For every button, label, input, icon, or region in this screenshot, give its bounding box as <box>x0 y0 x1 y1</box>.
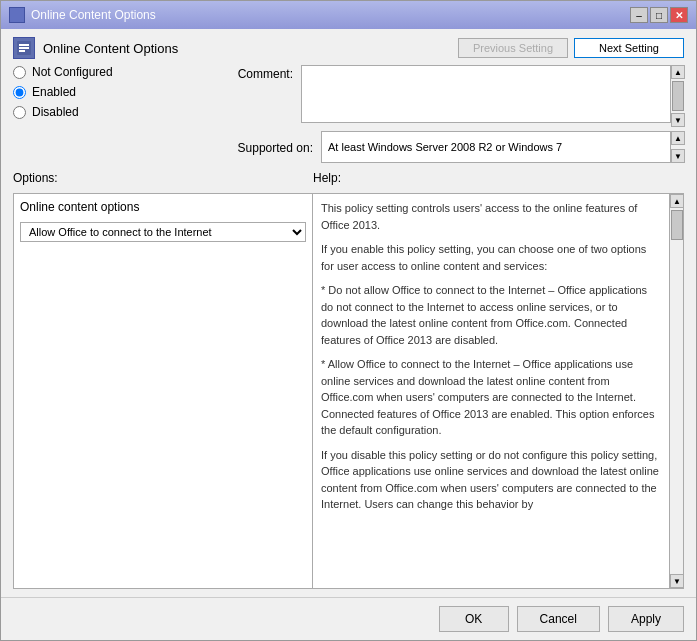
comment-scroll-down[interactable]: ▼ <box>671 113 685 127</box>
apply-button[interactable]: Apply <box>608 606 684 632</box>
svg-rect-1 <box>19 44 29 46</box>
help-column: This policy setting controls users' acce… <box>313 193 684 589</box>
comment-label: Comment: <box>233 67 293 81</box>
not-configured-row: Not Configured <box>13 65 233 79</box>
ok-button[interactable]: OK <box>439 606 509 632</box>
help-label: Help: <box>313 171 684 185</box>
window-icon <box>9 7 25 23</box>
cancel-button[interactable]: Cancel <box>517 606 600 632</box>
not-configured-radio[interactable] <box>13 66 26 79</box>
help-scroll-track <box>670 208 683 574</box>
help-scroll-down[interactable]: ▼ <box>670 574 684 588</box>
radio-comment-row: Not Configured Enabled Disabled Comment: <box>13 65 684 163</box>
title-bar-buttons: – □ ✕ <box>630 7 688 23</box>
supported-section: Supported on: At least Windows Server 20… <box>233 131 684 163</box>
radio-section: Not Configured Enabled Disabled <box>13 65 233 163</box>
comment-textarea-wrapper: ▲ ▼ <box>301 65 684 123</box>
options-dropdown[interactable]: Do not allow Office to connect to the In… <box>20 222 306 242</box>
enabled-row: Enabled <box>13 85 233 99</box>
supported-scroll-up[interactable]: ▲ <box>671 131 685 145</box>
comment-scroll-up[interactable]: ▲ <box>671 65 685 79</box>
maximize-button[interactable]: □ <box>650 7 668 23</box>
previous-setting-button[interactable]: Previous Setting <box>458 38 568 58</box>
svg-rect-3 <box>19 50 25 52</box>
supported-scroll-down[interactable]: ▼ <box>671 149 685 163</box>
enabled-label: Enabled <box>32 85 76 99</box>
supported-input-wrapper: At least Windows Server 2008 R2 or Windo… <box>321 131 684 163</box>
options-title: Online content options <box>20 200 306 214</box>
main-window: Online Content Options – □ ✕ Online Cont <box>0 0 697 641</box>
help-scroll-thumb[interactable] <box>671 210 683 240</box>
disabled-radio[interactable] <box>13 106 26 119</box>
supported-value: At least Windows Server 2008 R2 or Windo… <box>321 131 670 163</box>
enabled-radio[interactable] <box>13 86 26 99</box>
comment-scroll-thumb[interactable] <box>672 81 684 111</box>
content-area: Online Content Options Previous Setting … <box>1 29 696 597</box>
nav-buttons: Previous Setting Next Setting <box>458 38 684 58</box>
close-button[interactable]: ✕ <box>670 7 688 23</box>
supported-scrollbar[interactable]: ▲ ▼ <box>670 131 684 163</box>
options-help-columns: Online content options Do not allow Offi… <box>13 193 684 589</box>
window-title: Online Content Options <box>31 8 156 22</box>
title-bar-left: Online Content Options <box>9 7 156 23</box>
comment-scroll-track <box>671 79 684 113</box>
svg-rect-2 <box>19 47 29 49</box>
options-column: Online content options Do not allow Offi… <box>13 193 313 589</box>
window-label: Online Content Options <box>43 41 178 56</box>
comment-textarea[interactable] <box>301 65 670 123</box>
options-label: Options: <box>13 171 313 185</box>
next-setting-button[interactable]: Next Setting <box>574 38 684 58</box>
top-bar-left: Online Content Options <box>13 37 178 59</box>
top-bar: Online Content Options Previous Setting … <box>13 37 684 59</box>
minimize-button[interactable]: – <box>630 7 648 23</box>
right-section: Comment: ▲ ▼ Supported on: <box>233 65 684 163</box>
comment-section: Comment: ▲ ▼ <box>233 65 684 123</box>
help-scroll-up[interactable]: ▲ <box>670 194 684 208</box>
disabled-label: Disabled <box>32 105 79 119</box>
supported-label: Supported on: <box>233 141 313 155</box>
help-text: This policy setting controls users' acce… <box>313 194 669 588</box>
title-bar: Online Content Options – □ ✕ <box>1 1 696 29</box>
not-configured-label: Not Configured <box>32 65 113 79</box>
help-scrollbar[interactable]: ▲ ▼ <box>669 194 683 588</box>
disabled-row: Disabled <box>13 105 233 119</box>
app-icon <box>13 37 35 59</box>
bottom-bar: OK Cancel Apply <box>1 597 696 640</box>
section-labels: Options: Help: <box>13 171 684 185</box>
comment-scrollbar[interactable]: ▲ ▼ <box>670 65 684 123</box>
